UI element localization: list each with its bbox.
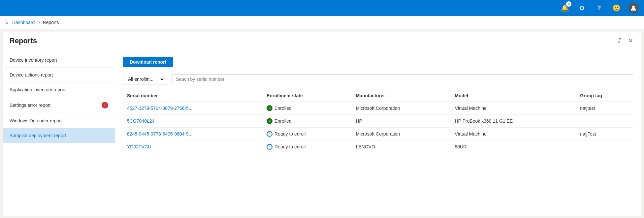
breadcrumb-separator: > bbox=[37, 20, 40, 25]
sidebar: Device inventory report Device actions r… bbox=[3, 50, 115, 216]
cell-model: Virtual Machine bbox=[451, 102, 576, 115]
cell-enrollment-state: 🕐Ready to enroll bbox=[263, 128, 352, 140]
cell-group-tag: natjtest bbox=[576, 102, 633, 115]
breadcrumb-home[interactable]: Dashboard bbox=[12, 20, 35, 25]
enrolled-icon: ✓ bbox=[267, 118, 273, 124]
sidebar-item-label: Windows Defender report bbox=[10, 118, 62, 123]
cell-group-tag: natjTest bbox=[576, 128, 633, 140]
cell-enrollment-state: ✓Enrolled bbox=[263, 102, 352, 115]
sidebar-item-label: Application inventory report bbox=[10, 87, 66, 92]
serial-link[interactable]: 4527-3279-5794-8679-2756-5... bbox=[127, 106, 193, 111]
right-panel: Download report All enrollm... Enrolled … bbox=[115, 50, 641, 216]
col-serial: Serial number bbox=[123, 90, 263, 102]
cell-enrollment-state: ✓Enrolled bbox=[263, 115, 352, 128]
enrollment-filter[interactable]: All enrollm... Enrolled Ready to enroll … bbox=[123, 74, 168, 84]
cell-manufacturer: Microsoft Corporation bbox=[352, 102, 451, 115]
filter-row: All enrollm... Enrolled Ready to enroll … bbox=[123, 74, 633, 84]
notification-icon[interactable]: 🔔 2 bbox=[560, 3, 570, 13]
cell-model: Virtual Machine bbox=[451, 128, 576, 140]
enrollment-state-text: Enrolled bbox=[274, 118, 291, 124]
col-enrollment: Enrollment state bbox=[263, 90, 352, 102]
table-row: 5CG7040L24✓EnrolledHPHP ProBook x360 11 … bbox=[123, 115, 633, 128]
content-layout: Device inventory report Device actions r… bbox=[3, 50, 641, 216]
svg-point-0 bbox=[632, 6, 635, 8]
enrollment-state-text: Enrolled bbox=[274, 106, 291, 111]
cell-serial: 4527-3279-5794-8679-2756-5... bbox=[123, 102, 263, 115]
sidebar-item-device-actions[interactable]: Device actions report bbox=[3, 68, 115, 82]
sidebar-item-label: Device actions report bbox=[10, 72, 53, 78]
enrollment-state-text: Ready to enroll bbox=[274, 131, 306, 137]
col-model: Model bbox=[451, 90, 576, 102]
pending-icon: 🕐 bbox=[267, 144, 273, 150]
cell-model: HP ProBook x360 11 G1 EE bbox=[451, 115, 576, 128]
cell-serial: 5CG7040L24 bbox=[123, 115, 263, 128]
table-row: 4527-3279-5794-8679-2756-5...✓EnrolledMi… bbox=[123, 102, 633, 115]
notification-badge: 2 bbox=[566, 1, 571, 7]
breadcrumb-bar: « Dashboard > Reports bbox=[0, 16, 644, 29]
sidebar-item-label: Settings error report bbox=[10, 103, 51, 108]
cell-manufacturer: HP bbox=[352, 115, 451, 128]
panel-header-actions: ✕ bbox=[616, 36, 634, 46]
cell-manufacturer: LENOVO bbox=[352, 140, 451, 153]
pending-icon: 🕐 bbox=[267, 131, 273, 137]
cell-manufacturer: Microsoft Corporation bbox=[352, 128, 451, 140]
serial-link[interactable]: 5CG7040L24 bbox=[127, 118, 154, 124]
table-header: Serial number Enrollment state Manufactu… bbox=[123, 90, 633, 102]
col-grouptag: Group tag bbox=[576, 90, 633, 102]
cell-enrollment-state: 🕐Ready to enroll bbox=[263, 140, 352, 153]
back-button[interactable]: « bbox=[5, 19, 8, 25]
sidebar-item-label: Autopilot deployment report bbox=[10, 133, 66, 138]
cell-serial: YD02FVGU bbox=[123, 140, 263, 153]
table-body: 4527-3279-5794-8679-2756-5...✓EnrolledMi… bbox=[123, 102, 633, 153]
sidebar-item-app-inventory[interactable]: Application inventory report bbox=[3, 82, 115, 97]
table-row: YD02FVGU🕐Ready to enrollLENOVO80UR bbox=[123, 140, 633, 153]
search-input[interactable] bbox=[172, 74, 633, 84]
data-table: Serial number Enrollment state Manufactu… bbox=[123, 90, 633, 153]
cell-group-tag bbox=[576, 115, 633, 128]
pin-button[interactable] bbox=[616, 36, 624, 46]
panel-header: Reports ✕ bbox=[3, 32, 641, 50]
settings-icon[interactable]: ⚙ bbox=[577, 3, 587, 13]
page-title: Reports bbox=[10, 37, 37, 45]
sidebar-item-device-inventory[interactable]: Device inventory report bbox=[3, 53, 115, 68]
error-badge: ! bbox=[102, 102, 108, 109]
sidebar-item-label: Device inventory report bbox=[10, 57, 57, 63]
breadcrumb-current: Reports bbox=[43, 20, 59, 25]
help-icon[interactable]: ? bbox=[594, 3, 604, 13]
enrollment-select[interactable]: All enrollm... Enrolled Ready to enroll … bbox=[127, 76, 165, 82]
enrolled-icon: ✓ bbox=[267, 105, 273, 111]
serial-link[interactable]: YD02FVGU bbox=[127, 144, 151, 149]
table-row: 8245-0445-0778-6405-9604-9...🕐Ready to e… bbox=[123, 128, 633, 140]
col-manufacturer: Manufacturer bbox=[352, 90, 451, 102]
topbar-icons: 🔔 2 ⚙ ? 🙂 bbox=[560, 3, 639, 13]
avatar[interactable] bbox=[628, 3, 639, 13]
enrollment-state-text: Ready to enroll bbox=[274, 144, 306, 149]
sidebar-item-settings-error[interactable]: Settings error report ! bbox=[3, 97, 115, 113]
sidebar-item-windows-defender[interactable]: Windows Defender report bbox=[3, 113, 115, 128]
close-button[interactable]: ✕ bbox=[627, 36, 634, 46]
main-panel: Reports ✕ Device inventory report Device… bbox=[3, 32, 641, 216]
cell-serial: 8245-0445-0778-6405-9604-9... bbox=[123, 128, 263, 140]
download-report-button[interactable]: Download report bbox=[123, 57, 173, 67]
topbar: 🔔 2 ⚙ ? 🙂 bbox=[0, 0, 644, 16]
cell-group-tag bbox=[576, 140, 633, 153]
cell-model: 80UR bbox=[451, 140, 576, 153]
smiley-icon[interactable]: 🙂 bbox=[611, 3, 622, 13]
sidebar-item-autopilot[interactable]: Autopilot deployment report bbox=[3, 128, 115, 143]
serial-link[interactable]: 8245-0445-0778-6405-9604-9... bbox=[127, 131, 193, 137]
